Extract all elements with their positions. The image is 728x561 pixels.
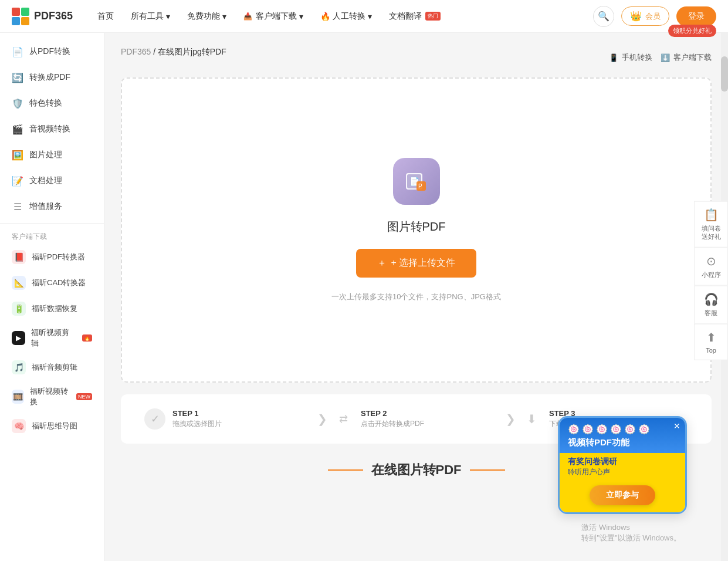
step-2-icon: ⇄: [333, 408, 354, 430]
top-action-buttons: 📱 手机转换 ⬇️ 客户端下载: [609, 52, 712, 63]
spiral-6: 🍥: [638, 424, 650, 435]
hot-badge: 热门: [425, 12, 441, 21]
login-button[interactable]: 登录: [676, 6, 716, 26]
to-pdf-icon: 🔄: [12, 72, 23, 83]
video-edit-icon: ▶: [12, 331, 25, 345]
step-1-desc: 拖拽或选择图片: [172, 419, 311, 429]
logo-cell-green: [21, 8, 29, 16]
logo-cell-yellow: [21, 17, 29, 25]
upload-zone[interactable]: 📄 P 图片转PDF ＋ + 选择上传文件 一次上传最多支持10个文件，支持PN…: [121, 77, 712, 383]
float-miniprogram[interactable]: ⊙ 小程序: [694, 247, 728, 285]
sidebar-item-video[interactable]: 🎬 音视频转换: [0, 116, 104, 142]
crown-icon: 👑: [630, 11, 642, 22]
float-service[interactable]: 🎧 客服: [694, 285, 728, 323]
promo-close-button[interactable]: ✕: [673, 421, 680, 431]
win-line1: 激活 Windows: [581, 522, 681, 533]
step-2-desc: 点击开始转换成PDF: [361, 419, 500, 429]
from-pdf-icon: 📄: [12, 46, 23, 58]
points-badge[interactable]: 领积分兑好礼: [668, 25, 716, 37]
fire-icon: 🔥: [320, 12, 330, 21]
logo[interactable]: PDF365: [12, 8, 73, 25]
spiral-3: 🍥: [596, 424, 608, 435]
page-header: PDF365 / 在线图片jpg转PDF 📱 手机转换 ⬇️ 客户端下载: [121, 47, 712, 68]
svg-text:P: P: [418, 183, 422, 190]
nav-human-convert[interactable]: 🔥 人工转换 ▾: [313, 8, 379, 25]
sidebar-item-to-pdf[interactable]: 🔄 转换成PDF: [0, 65, 104, 90]
step-3-icon: ⬇: [521, 408, 542, 430]
nav-translate[interactable]: 文档翻译 热门: [382, 8, 448, 25]
sidebar-item-vip[interactable]: ☰ 增值服务: [0, 194, 104, 219]
breadcrumb: PDF365 / 在线图片jpg转PDF: [121, 47, 226, 58]
mobile-convert-btn[interactable]: 📱 手机转换: [609, 52, 652, 63]
sidebar-download-recovery[interactable]: 🔋 福昕数据恢复: [0, 296, 104, 322]
sidebar-download-mindmap[interactable]: 🧠 福昕思维导图: [0, 413, 104, 439]
audio-edit-icon: 🎵: [12, 360, 26, 374]
sidebar-download-video-edit[interactable]: ▶ 福昕视频剪辑 🔥: [0, 322, 104, 354]
plus-icon: ＋: [377, 257, 387, 269]
sidebar-download-audio[interactable]: 🎵 福昕音频剪辑: [0, 354, 104, 380]
upload-hint: 一次上传最多支持10个文件，支持PNG、JPG格式: [331, 292, 501, 302]
scrollbar-thumb[interactable]: [721, 56, 728, 92]
sidebar-download-pdf[interactable]: 📕 福昕PDF转换器: [0, 244, 104, 270]
title-line-left: [328, 469, 363, 471]
upload-button[interactable]: ＋ + 选择上传文件: [356, 249, 477, 278]
nav-free[interactable]: 免费功能 ▾: [180, 8, 233, 25]
sidebar-item-from-pdf[interactable]: 📄 从PDF转换: [0, 39, 104, 65]
chevron-down-icon-4: ▾: [368, 12, 372, 21]
sidebar-item-special[interactable]: 🛡️ 特色转换: [0, 90, 104, 116]
special-icon: 🛡️: [12, 97, 23, 109]
step-2-info: STEP 2 点击开始转换成PDF: [361, 409, 500, 429]
nav-tools[interactable]: 所有工具 ▾: [124, 8, 177, 25]
client-download-btn[interactable]: ⬇️ 客户端下载: [661, 52, 712, 63]
breadcrumb-home[interactable]: PDF365: [121, 47, 151, 56]
step-2: ⇄ STEP 2 点击开始转换成PDF: [333, 408, 500, 430]
logo-text: PDF365: [34, 10, 73, 22]
step-arrow-1: ❯: [311, 408, 333, 430]
spiral-2: 🍥: [582, 424, 594, 435]
float-survey[interactable]: 📋 填问卷送好礼: [694, 201, 728, 248]
chevron-down-icon-3: ▾: [299, 12, 303, 21]
spiral-1: 🍥: [568, 424, 580, 435]
mindmap-icon: 🧠: [12, 419, 26, 433]
survey-icon: 📋: [704, 208, 719, 222]
logo-cell-blue: [12, 17, 20, 25]
upload-icon-wrap: 📄 P: [393, 158, 440, 205]
service-icon: 🎧: [704, 292, 719, 306]
nav-right: 🔍 👑 会员 登录: [593, 6, 716, 27]
miniprogram-icon: ⊙: [706, 254, 716, 268]
promo-voice-label: 聆听用户心声: [568, 467, 677, 477]
step-1-check: ✓: [144, 408, 165, 430]
sidebar: 📄 从PDF转换 🔄 转换成PDF 🛡️ 特色转换 🎬 音视频转换 🖼️ 图片处…: [0, 33, 104, 561]
sidebar-item-doc[interactable]: 📝 文档处理: [0, 168, 104, 194]
promo-survey-label: 有奖问卷调研: [568, 457, 677, 467]
promo-title: 视频转PDF功能: [568, 437, 677, 448]
nav-menu: 首页 所有工具 ▾ 免费功能 ▾ 📥 客户端下载 ▾ 🔥 人工转换 ▾ 文档翻译…: [90, 8, 593, 25]
search-button[interactable]: 🔍: [593, 6, 614, 27]
nav-download[interactable]: 📥 客户端下载 ▾: [236, 8, 310, 25]
chevron-down-icon-2: ▾: [222, 12, 226, 21]
member-button[interactable]: 👑 会员: [621, 6, 669, 26]
vip-icon: ☰: [12, 201, 23, 212]
section-title: 在线图片转PDF: [371, 461, 462, 479]
step-2-label: STEP 2: [361, 409, 500, 418]
float-top[interactable]: ⬆ Top: [694, 323, 728, 360]
step-arrow-2: ❯: [500, 408, 521, 430]
logo-cell-red: [12, 8, 20, 16]
win-line2: 转到"设置"以激活 Windows。: [581, 533, 681, 543]
promo-mid: 有奖问卷调研 聆听用户心声: [560, 453, 685, 481]
sidebar-item-image[interactable]: 🖼️ 图片处理: [0, 142, 104, 168]
promo-bottom: 立即参与: [560, 481, 685, 512]
sidebar-download-video-convert[interactable]: 🎞️ 福昕视频转换 NEW: [0, 380, 104, 413]
promo-cta-button[interactable]: 立即参与: [590, 485, 655, 505]
promo-popup: 🍥 🍥 🍥 🍥 🍥 🍥 视频转PDF功能 ✕ 有奖问卷调研 聆听用户心声 立即参…: [558, 416, 687, 514]
cad-converter-icon: 📐: [12, 276, 26, 290]
data-recovery-icon: 🔋: [12, 302, 26, 316]
image-icon: 🖼️: [12, 149, 23, 161]
sidebar-download-cad[interactable]: 📐 福昕CAD转换器: [0, 270, 104, 296]
float-sidebar: 📋 填问卷送好礼 ⊙ 小程序 🎧 客服 ⬆ Top: [694, 201, 728, 360]
nav-home[interactable]: 首页: [90, 8, 121, 25]
spiral-4: 🍥: [610, 424, 622, 435]
chevron-down-icon: ▾: [166, 12, 170, 21]
upload-title: 图片转PDF: [387, 219, 446, 235]
title-line-right: [470, 469, 505, 471]
